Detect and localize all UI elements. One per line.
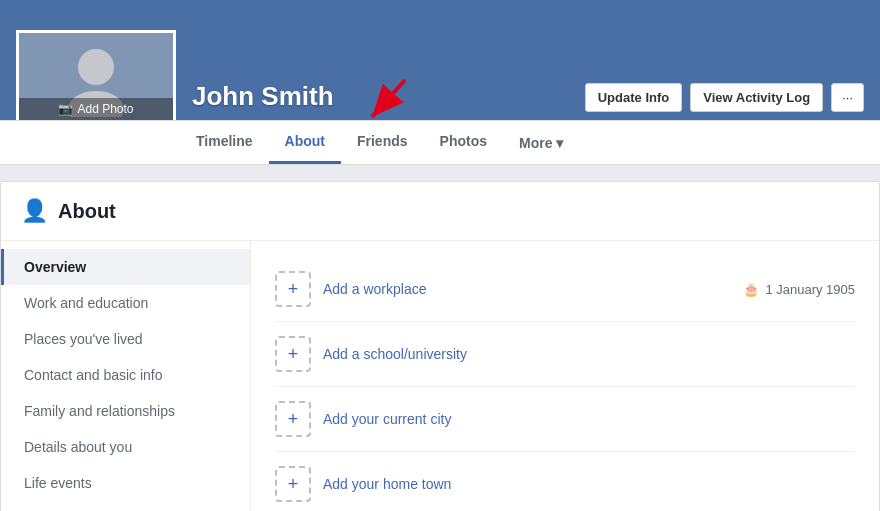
birthday-display: 🎂 1 January 1905 xyxy=(743,282,855,297)
avatar: 📷 Add Photo xyxy=(16,30,176,120)
add-hometown-link[interactable]: Add your home town xyxy=(323,476,451,492)
camera-icon: 📷 xyxy=(58,102,73,116)
add-city-link[interactable]: Add your current city xyxy=(323,411,451,427)
sidebar-item-overview[interactable]: Overview xyxy=(1,249,250,285)
add-school-button[interactable]: + xyxy=(275,336,311,372)
about-panel: 👤 About Overview Work and education Plac… xyxy=(0,181,880,511)
more-options-button[interactable]: ··· xyxy=(831,83,864,112)
add-city-button[interactable]: + xyxy=(275,401,311,437)
workplace-row: + Add a workplace 🎂 1 January 1905 xyxy=(275,257,855,322)
update-info-button[interactable]: Update Info xyxy=(585,83,683,112)
about-sidebar: Overview Work and education Places you'v… xyxy=(1,241,251,511)
add-school-link[interactable]: Add a school/university xyxy=(323,346,467,362)
tab-timeline[interactable]: Timeline xyxy=(180,121,269,164)
sidebar-item-contact[interactable]: Contact and basic info xyxy=(1,357,250,393)
sidebar-item-family[interactable]: Family and relationships xyxy=(1,393,250,429)
add-photo-button[interactable]: 📷 Add Photo xyxy=(19,98,173,120)
svg-point-0 xyxy=(78,49,114,85)
chevron-down-icon: ▾ xyxy=(556,135,563,151)
sidebar-item-details[interactable]: Details about you xyxy=(1,429,250,465)
sidebar-item-work-education[interactable]: Work and education xyxy=(1,285,250,321)
about-title: About xyxy=(58,200,116,223)
sidebar-item-places[interactable]: Places you've lived xyxy=(1,321,250,357)
about-content: + Add a workplace 🎂 1 January 1905 + Add… xyxy=(251,241,879,511)
tab-photos[interactable]: Photos xyxy=(424,121,503,164)
profile-name: John Smith xyxy=(192,81,334,112)
about-body: Overview Work and education Places you'v… xyxy=(1,241,879,511)
tab-friends[interactable]: Friends xyxy=(341,121,424,164)
person-icon: 👤 xyxy=(21,198,48,224)
tab-about[interactable]: About xyxy=(269,121,341,164)
school-row: + Add a school/university xyxy=(275,322,855,387)
add-hometown-button[interactable]: + xyxy=(275,466,311,502)
hometown-row: + Add your home town xyxy=(275,452,855,511)
add-workplace-button[interactable]: + xyxy=(275,271,311,307)
city-row: + Add your current city xyxy=(275,387,855,452)
navigation-tabs: Timeline About Friends Photos More ▾ xyxy=(0,120,880,164)
cake-icon: 🎂 xyxy=(743,282,759,297)
add-workplace-link[interactable]: Add a workplace xyxy=(323,281,427,297)
nav-tabs-wrapper: Timeline About Friends Photos More ▾ xyxy=(0,120,880,164)
sidebar-item-life-events[interactable]: Life events xyxy=(1,465,250,501)
tab-more[interactable]: More ▾ xyxy=(503,123,579,163)
about-header: 👤 About xyxy=(1,182,879,241)
view-activity-log-button[interactable]: View Activity Log xyxy=(690,83,823,112)
